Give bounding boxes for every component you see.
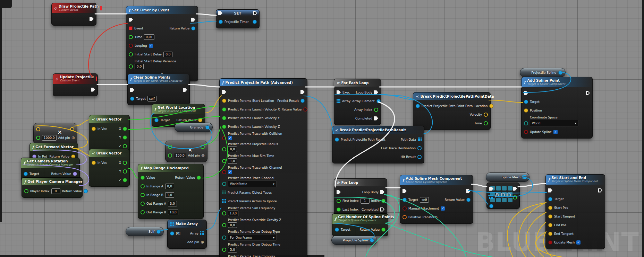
data-pin[interactable]: [92, 127, 96, 131]
node-get-number-of-spline-points[interactable]: ƒGet Number Of Spline PointsTarget is Sp…: [332, 213, 388, 236]
data-pin[interactable]: [484, 121, 488, 125]
data-pin[interactable]: [303, 107, 307, 112]
pin-value-input[interactable]: 0,0: [163, 52, 172, 57]
pin-value-input[interactable]: 13,0: [228, 211, 238, 216]
data-pin[interactable]: [123, 169, 127, 174]
data-pin[interactable]: [154, 118, 159, 122]
pin-value-input[interactable]: self: [147, 96, 156, 101]
node-draw-projectile-path[interactable]: ◇Draw Projectile PathCustom Event: [51, 3, 96, 26]
pin-value-input[interactable]: 1000,0: [42, 135, 57, 141]
data-pin[interactable]: [376, 99, 381, 103]
data-pin[interactable]: [129, 35, 133, 39]
node-for-loop[interactable]: ⟳For LoopLoop BodyFirst Index1IndexLast …: [334, 178, 387, 216]
data-pin[interactable]: [402, 198, 407, 202]
data-pin[interactable]: [548, 232, 552, 236]
data-pin[interactable]: [123, 127, 127, 131]
delegate-output-pin[interactable]: [96, 77, 97, 81]
node-get-player-camera-manager[interactable]: ƒGet Player Camera ManagerPlayer Index0R…: [22, 177, 83, 198]
node-grenade-variable[interactable]: Grenade: [175, 123, 213, 132]
data-pin[interactable]: [489, 204, 493, 208]
data-pin[interactable]: [417, 155, 422, 159]
node-break-vector-1[interactable]: ≺Break VectorIn VecXYZ: [89, 115, 130, 153]
data-pin[interactable]: [156, 230, 161, 234]
data-pin[interactable]: [73, 172, 77, 176]
pin-value-input[interactable]: 0,01: [144, 34, 154, 40]
data-pin[interactable]: [222, 159, 226, 163]
exec-pin[interactable]: [129, 18, 133, 22]
pin-dropdown[interactable]: WorldStatic▾: [228, 180, 277, 187]
pin-value-input[interactable]: 1,0: [165, 192, 174, 198]
node-multiply-150[interactable]: ×150,0Add pin⊕: [165, 141, 207, 162]
node-for-each-loop[interactable]: ⟳For Each LoopExecLoop BodyArrayArray El…: [334, 79, 381, 125]
data-pin[interactable]: [168, 145, 172, 149]
exec-pin[interactable]: [191, 18, 195, 22]
data-pin[interactable]: [548, 197, 552, 201]
data-pin[interactable]: [123, 144, 127, 148]
array-pin[interactable]: [523, 175, 526, 179]
data-pin[interactable]: [129, 64, 133, 69]
exec-pin[interactable]: [466, 189, 471, 193]
delegate-output-pin[interactable]: [100, 6, 102, 10]
data-pin[interactable]: [129, 44, 133, 48]
node-add-array-element[interactable]: ADD: [486, 183, 520, 209]
data-pin[interactable]: [335, 228, 339, 232]
pin-checkbox[interactable]: ✓: [228, 136, 232, 140]
node-predict-projectile-path-advanced[interactable]: ƒPredict Projectile Path (Advanced)Predi…: [219, 78, 307, 257]
pin-value-input[interactable]: 5,0: [228, 247, 237, 252]
data-pin[interactable]: [84, 189, 88, 193]
data-pin[interactable]: [70, 127, 74, 131]
data-pin[interactable]: [36, 136, 40, 140]
data-pin[interactable]: [141, 210, 145, 214]
blueprint-graph-canvas[interactable]: BLUEPRINT ◇Draw Projectile PathCustom Ev…: [0, 0, 644, 257]
exec-pin[interactable]: [91, 88, 95, 92]
data-pin[interactable]: [524, 108, 528, 113]
pin-value-input[interactable]: 0,0: [228, 222, 237, 228]
data-pin[interactable]: [337, 199, 341, 203]
exec-pin-hollow[interactable]: [586, 91, 590, 95]
pin-checkbox[interactable]: ✓: [228, 170, 232, 174]
pin-value-input[interactable]: 0,0: [228, 147, 237, 152]
node-break-predict-projectile-path-point-data[interactable]: ≺Break PredictProjectilePathPointDataPre…: [413, 92, 491, 130]
data-pin[interactable]: [130, 97, 134, 101]
data-pin[interactable]: [222, 248, 226, 252]
data-pin[interactable]: [548, 240, 552, 245]
exec-pin-hollow[interactable]: [598, 188, 602, 193]
data-pin[interactable]: [524, 130, 528, 134]
exec-pin[interactable]: [402, 189, 407, 193]
data-pin[interactable]: [191, 26, 195, 30]
data-pin[interactable]: [513, 195, 517, 200]
add-pin-button[interactable]: Add pin⊕: [187, 240, 204, 245]
exec-pin[interactable]: [513, 187, 517, 191]
data-pin[interactable]: [123, 161, 127, 165]
array-pin[interactable]: [418, 138, 422, 141]
pin-value-input[interactable]: 0,0: [165, 184, 174, 189]
exec-pin[interactable]: [374, 90, 378, 95]
exec-pin[interactable]: [374, 116, 378, 121]
pin-value-input[interactable]: self: [420, 197, 429, 203]
data-pin[interactable]: [141, 193, 145, 197]
node-projectile-spline-variable-bottom[interactable]: Projectile Spline: [331, 236, 377, 245]
data-pin[interactable]: [484, 113, 488, 117]
data-pin[interactable]: [416, 104, 420, 108]
data-pin[interactable]: [222, 147, 226, 151]
node-update-projectile[interactable]: ◇Update ProjectileCustom Event: [53, 73, 98, 96]
array-pin[interactable]: [222, 190, 226, 194]
array-pin[interactable]: [170, 222, 174, 226]
data-pin[interactable]: [558, 71, 562, 75]
data-pin[interactable]: [222, 236, 226, 240]
node-projectile-spline-variable-top[interactable]: Projectile Spline: [520, 68, 566, 77]
pin-value-input[interactable]: 0: [51, 188, 60, 194]
exec-pin[interactable]: [90, 17, 94, 21]
node-set-start-and-end[interactable]: ƒSet Start and EndTarget is Spline Mesh …: [545, 174, 605, 249]
data-pin[interactable]: [222, 182, 226, 186]
data-pin[interactable]: [168, 153, 172, 158]
data-pin[interactable]: [222, 223, 226, 227]
data-pin[interactable]: [201, 145, 205, 149]
data-pin[interactable]: [92, 161, 96, 165]
array-pin[interactable]: [200, 231, 204, 235]
node-break-predict-projectile-path-result[interactable]: ≺Break PredictProjectilePathResultPredic…: [332, 126, 424, 163]
data-pin[interactable]: [141, 176, 145, 180]
data-pin[interactable]: [219, 20, 223, 24]
exec-pin[interactable]: [183, 88, 187, 92]
pin-checkbox[interactable]: ✓: [149, 44, 153, 48]
